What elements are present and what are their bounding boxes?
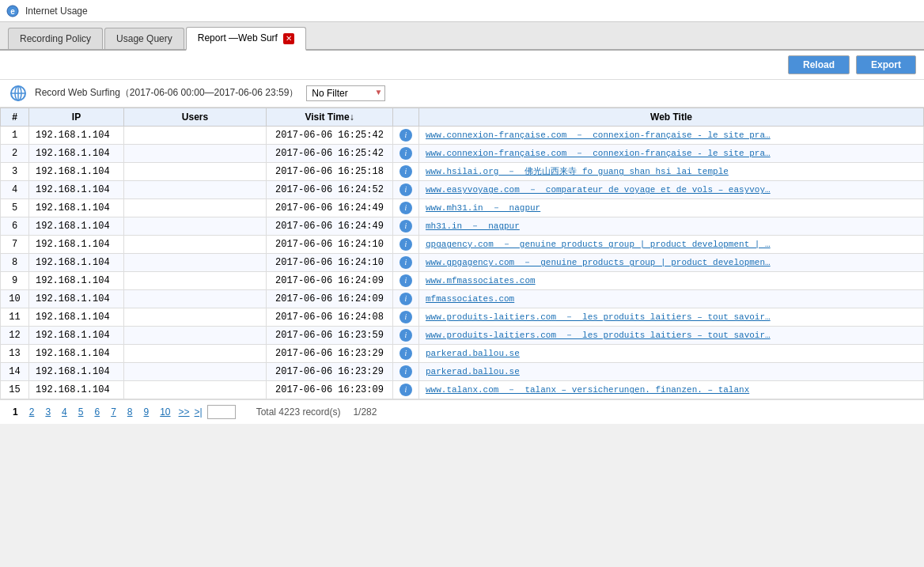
- cell-time: 2017-06-06 16:23:09: [267, 380, 393, 399]
- cell-info[interactable]: i: [393, 289, 419, 308]
- cell-web[interactable]: www.connexion-française.com － connexion-…: [419, 126, 924, 144]
- page-jump-input[interactable]: [207, 405, 236, 419]
- cell-web[interactable]: www.connexion-française.com － connexion-…: [419, 144, 924, 162]
- col-header-users: Users: [124, 108, 267, 126]
- cell-info[interactable]: i: [393, 271, 419, 289]
- cell-info[interactable]: i: [393, 235, 419, 253]
- page-4[interactable]: 4: [59, 406, 70, 418]
- cell-ip: 192.168.1.104: [29, 162, 124, 180]
- info-icon[interactable]: i: [400, 293, 412, 305]
- cell-info[interactable]: i: [393, 126, 419, 144]
- cell-users: [124, 271, 267, 289]
- cell-web[interactable]: parkerad.ballou.se: [419, 344, 924, 362]
- export-button[interactable]: Export: [856, 55, 916, 74]
- cell-web[interactable]: gpgagency.com － genuine products group |…: [419, 235, 924, 253]
- page-7[interactable]: 7: [108, 406, 119, 418]
- cell-web[interactable]: www.gpgagency.com － genuine products gro…: [419, 253, 924, 271]
- cell-web[interactable]: mh31.in － nagpur: [419, 217, 924, 235]
- info-icon[interactable]: i: [400, 183, 412, 196]
- cell-web[interactable]: www.produits-laitiers.com － les produits…: [419, 326, 924, 344]
- info-icon[interactable]: i: [400, 129, 412, 142]
- web-surf-icon: [9, 85, 27, 102]
- cell-web[interactable]: www.produits-laitiers.com － les produits…: [419, 308, 924, 326]
- info-icon[interactable]: i: [400, 165, 412, 178]
- info-icon[interactable]: i: [400, 347, 412, 360]
- info-icon[interactable]: i: [400, 147, 412, 160]
- cell-web[interactable]: www.easyvoyage.com － comparateur de voya…: [419, 180, 924, 198]
- cell-info[interactable]: i: [393, 380, 419, 399]
- info-icon[interactable]: i: [400, 329, 412, 342]
- cell-info[interactable]: i: [393, 253, 419, 271]
- cell-time: 2017-06-06 16:24:52: [267, 180, 393, 198]
- info-icon[interactable]: i: [400, 220, 412, 232]
- info-icon[interactable]: i: [400, 311, 412, 323]
- web-link[interactable]: www.hsilai.org － 佛光山西来寺 fo guang shan hs…: [426, 167, 729, 176]
- page-last-nav[interactable]: >|: [195, 406, 203, 418]
- info-icon[interactable]: i: [400, 274, 412, 287]
- cell-users: [124, 253, 267, 271]
- web-link[interactable]: www.connexion-française.com － connexion-…: [426, 130, 771, 140]
- cell-ip: 192.168.1.104: [29, 180, 124, 198]
- cell-web[interactable]: mfmassociates.com: [419, 289, 924, 308]
- cell-info[interactable]: i: [393, 362, 419, 380]
- page-3[interactable]: 3: [42, 406, 54, 418]
- cell-time: 2017-06-06 16:24:10: [267, 253, 393, 271]
- filter-description: Record Web Surfing（2017-06-06 00:00—2017…: [35, 86, 298, 100]
- web-link[interactable]: www.produits-laitiers.com － les produits…: [426, 312, 771, 322]
- cell-ip: 192.168.1.104: [29, 308, 124, 326]
- web-link[interactable]: www.mh31.in － nagpur: [426, 203, 540, 213]
- cell-info[interactable]: i: [393, 326, 419, 344]
- web-link[interactable]: www.mfmassociates.com: [426, 276, 536, 285]
- cell-time: 2017-06-06 16:23:29: [267, 344, 393, 362]
- page-next-nav[interactable]: >>: [179, 406, 190, 418]
- cell-info[interactable]: i: [393, 198, 419, 217]
- table-row: 8192.168.1.1042017-06-06 16:24:10iwww.gp…: [1, 253, 924, 271]
- page-10[interactable]: 10: [157, 406, 173, 418]
- cell-info[interactable]: i: [393, 308, 419, 326]
- info-icon[interactable]: i: [400, 202, 412, 214]
- tabs-bar: Recording Policy Usage Query Report —Web…: [0, 22, 924, 51]
- cell-ip: 192.168.1.104: [29, 326, 124, 344]
- web-link[interactable]: www.talanx.com － talanx – versicherungen…: [426, 385, 749, 395]
- cell-time: 2017-06-06 16:24:09: [267, 271, 393, 289]
- col-header-time[interactable]: Visit Time↓: [267, 108, 393, 126]
- web-link[interactable]: gpgagency.com － genuine products group |…: [426, 240, 771, 249]
- cell-info[interactable]: i: [393, 162, 419, 180]
- page-8[interactable]: 8: [124, 406, 136, 418]
- tab-usage-query[interactable]: Usage Query: [104, 28, 184, 49]
- web-link[interactable]: mfmassociates.com: [426, 294, 514, 304]
- filter-select[interactable]: No Filter: [306, 85, 385, 101]
- reload-button[interactable]: Reload: [788, 55, 850, 74]
- info-icon[interactable]: i: [400, 384, 412, 396]
- tab-close-icon[interactable]: ✕: [283, 33, 294, 44]
- filter-dropdown-wrap[interactable]: No Filter: [306, 85, 385, 101]
- web-link[interactable]: www.connexion-française.com － connexion-…: [426, 149, 771, 158]
- web-link[interactable]: mh31.in － nagpur: [426, 221, 520, 231]
- cell-info[interactable]: i: [393, 180, 419, 198]
- cell-web[interactable]: www.mh31.in － nagpur: [419, 198, 924, 217]
- cell-web[interactable]: www.talanx.com － talanx – versicherungen…: [419, 380, 924, 399]
- page-6[interactable]: 6: [91, 406, 103, 418]
- cell-info[interactable]: i: [393, 144, 419, 162]
- web-link[interactable]: www.produits-laitiers.com － les produits…: [426, 331, 771, 340]
- page-2[interactable]: 2: [26, 406, 38, 418]
- tab-recording-policy[interactable]: Recording Policy: [8, 28, 103, 49]
- cell-web[interactable]: www.hsilai.org － 佛光山西来寺 fo guang shan hs…: [419, 162, 924, 180]
- web-link[interactable]: www.gpgagency.com － genuine products gro…: [426, 258, 771, 267]
- cell-info[interactable]: i: [393, 217, 419, 235]
- cell-info[interactable]: i: [393, 344, 419, 362]
- web-link[interactable]: parkerad.ballou.se: [426, 349, 520, 358]
- table-row: 6192.168.1.1042017-06-06 16:24:49imh31.i…: [1, 217, 924, 235]
- page-current[interactable]: 1: [9, 406, 21, 418]
- tab-report-web-surf[interactable]: Report —Web Surf ✕: [186, 27, 307, 51]
- info-icon[interactable]: i: [400, 256, 412, 269]
- page-5[interactable]: 5: [75, 406, 87, 418]
- cell-web[interactable]: parkerad.ballou.se: [419, 362, 924, 380]
- info-icon[interactable]: i: [400, 365, 412, 378]
- page-9[interactable]: 9: [141, 406, 153, 418]
- cell-web[interactable]: www.mfmassociates.com: [419, 271, 924, 289]
- web-link[interactable]: www.easyvoyage.com － comparateur de voya…: [426, 185, 771, 195]
- col-header-web: Web Title: [419, 108, 924, 126]
- web-link[interactable]: parkerad.ballou.se: [426, 367, 520, 376]
- info-icon[interactable]: i: [400, 238, 412, 251]
